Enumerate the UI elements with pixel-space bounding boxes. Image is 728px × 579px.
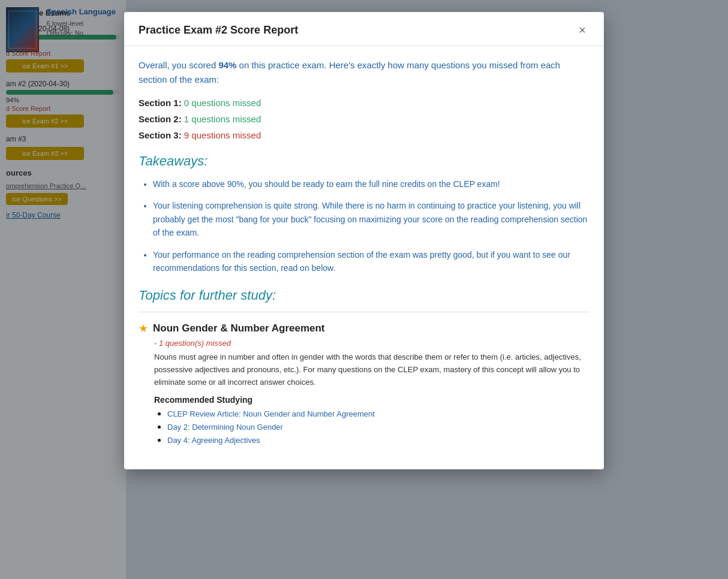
topic-1-header: ★ Noun Gender & Number Agreement: [139, 322, 589, 335]
recommended-link-2-anchor[interactable]: Day 2: Determining Noun Gender: [167, 423, 283, 432]
modal-close-button[interactable]: ×: [575, 23, 589, 37]
recommended-link-2: Day 2: Determining Noun Gender: [167, 421, 589, 432]
section-2-label: Section 2:: [139, 114, 182, 124]
takeaway-item-1: With a score above 90%, you should be re…: [153, 177, 589, 191]
topic-1: ★ Noun Gender & Number Agreement - 1 que…: [139, 322, 589, 445]
section-2-missed: 1 questions missed: [184, 114, 261, 124]
recommended-link-3-anchor[interactable]: Day 4: Agreeing Adjectives: [167, 436, 260, 445]
modal-title: Practice Exam #2 Score Report: [139, 24, 298, 37]
section-3-score: Section 3: 9 questions missed: [139, 130, 589, 140]
recommended-link-1: CLEP Review Article: Noun Gender and Num…: [167, 408, 589, 419]
topics-title: Topics for further study:: [139, 288, 589, 303]
section-1-label: Section 1:: [139, 98, 182, 108]
takeaways-title: Takeaways:: [139, 153, 589, 169]
recommended-link-3: Day 4: Agreeing Adjectives: [167, 435, 589, 445]
topic-1-name: Noun Gender & Number Agreement: [153, 322, 325, 334]
takeaway-item-2: Your listening comprehension is quite st…: [153, 199, 589, 239]
section-1-missed: 0 questions missed: [184, 98, 261, 108]
section-1-score: Section 1: 0 questions missed: [139, 98, 589, 108]
takeaway-item-3: Your performance on the reading comprehe…: [153, 248, 589, 275]
score-intro: Overall, you scored 94% on this practice…: [139, 58, 589, 87]
score-percentage: 94%: [218, 60, 236, 70]
takeaway-2-text: Your listening comprehension is quite st…: [153, 201, 587, 237]
score-report-modal: Practice Exam #2 Score Report × Overall,…: [124, 12, 604, 469]
score-intro-prefix: Overall, you scored: [139, 60, 218, 70]
modal-overlay: Practice Exam #2 Score Report × Overall,…: [0, 0, 728, 579]
takeaways-list: With a score above 90%, you should be re…: [139, 177, 589, 275]
section-3-label: Section 3:: [139, 130, 182, 140]
modal-body: Overall, you scored 94% on this practice…: [124, 46, 604, 469]
section-3-missed: 9 questions missed: [184, 130, 261, 140]
section-2-score: Section 2: 1 questions missed: [139, 114, 589, 124]
topics-divider: [139, 312, 589, 312]
takeaway-1-text: With a score above 90%, you should be re…: [153, 179, 500, 189]
topic-1-star-icon: ★: [139, 322, 148, 335]
topic-1-recommended-links: CLEP Review Article: Noun Gender and Num…: [139, 408, 589, 445]
topic-1-description: Nouns must agree in number and often in …: [139, 351, 589, 388]
section-scores: Section 1: 0 questions missed Section 2:…: [139, 98, 589, 140]
topic-1-recommended-label: Recommended Studying: [139, 395, 589, 405]
modal-header: Practice Exam #2 Score Report ×: [124, 12, 604, 46]
takeaway-3-text: Your performance on the reading comprehe…: [153, 250, 570, 273]
recommended-link-1-anchor[interactable]: CLEP Review Article: Noun Gender and Num…: [167, 409, 375, 418]
topic-1-missed: - 1 question(s) missed: [139, 339, 589, 348]
